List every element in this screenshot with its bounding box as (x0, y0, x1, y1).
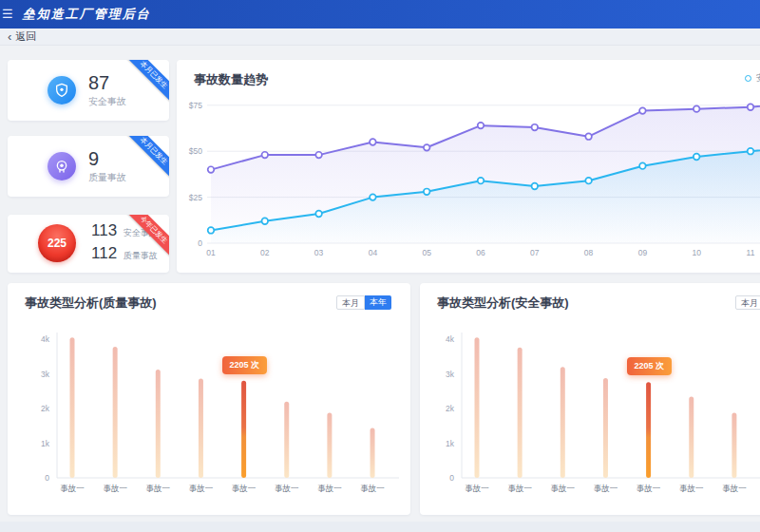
svg-text:3k: 3k (41, 370, 50, 379)
svg-text:$50: $50 (189, 146, 202, 156)
svg-text:4k: 4k (41, 334, 50, 344)
svg-text:1k: 1k (446, 439, 455, 448)
stat-card-quality-month: 9 质量事故 本月已发生 (8, 136, 169, 197)
type-panel-safety: 事故类型分析(安全事故) 本月 本年 01k2k3k4k事故一事故一事故一事故一… (420, 283, 760, 515)
chevron-left-icon: ‹ (8, 30, 11, 43)
svg-text:0: 0 (45, 473, 49, 483)
svg-text:事故一: 事故一 (189, 484, 214, 493)
ribbon-holder: 本月已发生 (120, 136, 169, 185)
ribbon-badge: 本月已发生 (125, 60, 169, 103)
bar-tooltip: 2205 次 (222, 356, 268, 374)
year-quality-label: 质量事故 (124, 250, 158, 262)
trend-line-chart[interactable]: 0$25$50$75010203040506070809101112 (177, 60, 760, 273)
back-bar: ‹ 返回 (0, 28, 760, 46)
svg-text:10: 10 (692, 248, 701, 257)
svg-text:事故一: 事故一 (146, 484, 171, 493)
svg-text:事故一: 事故一 (60, 484, 85, 493)
svg-text:0: 0 (449, 473, 454, 483)
type-panel-quality: 事故类型分析(质量事故) 本月 本年 01k2k3k4k事故一事故一事故一事故一… (8, 283, 410, 515)
safety-bar-chart[interactable]: 01k2k3k4k事故一事故一事故一事故一事故一事故一事故一事故一 (420, 283, 760, 515)
year-safety-row: 113 安全事故 (91, 221, 158, 244)
svg-text:事故一: 事故一 (551, 484, 576, 493)
svg-text:事故一: 事故一 (317, 484, 342, 493)
quality-bar-chart[interactable]: 01k2k3k4k事故一事故一事故一事故一事故一事故一事故一事故一 (8, 283, 410, 515)
svg-text:01: 01 (206, 248, 216, 257)
safety-month-value: 87 (88, 72, 126, 93)
year-quality-value: 112 (91, 244, 117, 263)
svg-text:02: 02 (260, 248, 270, 257)
back-button[interactable]: ‹ 返回 (8, 29, 36, 44)
year-quality-row: 112 质量事故 (91, 244, 158, 267)
footer-strip (0, 522, 760, 532)
svg-text:04: 04 (369, 248, 378, 257)
total-badge: 225 (38, 224, 76, 262)
svg-text:2k: 2k (41, 404, 50, 413)
svg-text:2k: 2k (446, 404, 455, 413)
svg-text:4k: 4k (446, 334, 455, 344)
ribbon-badge: 本月已发生 (125, 136, 169, 179)
svg-text:07: 07 (530, 248, 540, 257)
svg-text:06: 06 (476, 248, 485, 257)
svg-text:05: 05 (422, 248, 431, 257)
quality-month-value: 9 (88, 148, 126, 169)
svg-text:08: 08 (584, 248, 594, 257)
svg-text:事故一: 事故一 (679, 484, 704, 493)
svg-text:事故一: 事故一 (103, 484, 127, 493)
dashboard-page: ☰ 垒知造工厂管理后台 ‹ 返回 87 安全事故 本月已发生 (0, 0, 760, 532)
svg-text:事故一: 事故一 (465, 484, 489, 493)
svg-text:11: 11 (747, 248, 755, 257)
trend-panel: 事故数量趋势 安全事故 质量事故 0$25$50$750102030405060… (177, 60, 760, 273)
svg-text:1k: 1k (41, 439, 50, 448)
svg-text:事故一: 事故一 (636, 484, 661, 493)
svg-text:03: 03 (314, 248, 324, 257)
stat-card-safety-month: 87 安全事故 本月已发生 (8, 60, 169, 121)
app-title: 垒知造工厂管理后台 (23, 6, 151, 23)
bar-tooltip: 2205 次 (627, 357, 673, 375)
svg-text:09: 09 (638, 248, 648, 257)
svg-text:事故一: 事故一 (507, 484, 532, 493)
back-label: 返回 (15, 29, 36, 44)
ribbon-holder: 本月已发生 (120, 60, 169, 109)
shield-icon (48, 76, 76, 104)
svg-text:3k: 3k (446, 370, 455, 379)
year-safety-value: 113 (91, 221, 117, 240)
svg-text:事故一: 事故一 (722, 484, 747, 493)
safety-month-label: 安全事故 (88, 95, 126, 108)
stat-card-year-total: 225 113 安全事故 112 质量事故 今年已发生 (8, 215, 169, 273)
svg-text:事故一: 事故一 (360, 484, 385, 493)
svg-text:0: 0 (198, 238, 202, 248)
quality-month-label: 质量事故 (88, 171, 126, 184)
svg-text:事故一: 事故一 (275, 484, 299, 493)
svg-text:事故一: 事故一 (594, 484, 618, 493)
medal-icon (48, 152, 76, 180)
svg-text:$75: $75 (189, 101, 202, 110)
year-safety-label: 安全事故 (124, 227, 158, 239)
hamburger-menu-icon[interactable]: ☰ (2, 0, 13, 28)
svg-text:事故一: 事故一 (232, 484, 256, 493)
app-header: ☰ 垒知造工厂管理后台 (0, 0, 760, 28)
svg-text:$25: $25 (189, 193, 202, 202)
